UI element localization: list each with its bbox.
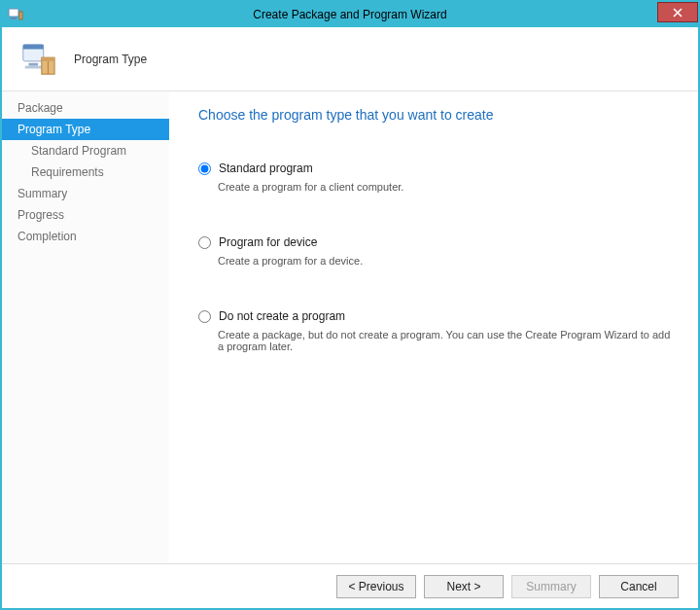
option-desc: Create a program for a device. <box>218 255 677 267</box>
option-program-for-device: Program for device Create a program for … <box>198 235 677 267</box>
cancel-button[interactable]: Cancel <box>599 575 679 598</box>
sidebar-item-program-type[interactable]: Program Type <box>2 119 169 140</box>
sidebar-item-summary[interactable]: Summary <box>2 183 169 204</box>
titlebar: Create Package and Program Wizard <box>2 2 698 27</box>
option-program-for-device-row[interactable]: Program for device <box>198 235 677 249</box>
svg-rect-1 <box>11 18 17 19</box>
summary-button: Summary <box>511 575 591 598</box>
footer: < Previous Next > Summary Cancel <box>2 563 698 608</box>
sidebar-item-package[interactable]: Package <box>2 97 169 119</box>
window-title: Create Package and Program Wizard <box>253 8 446 21</box>
sidebar: Package Program Type Standard Program Re… <box>2 91 169 563</box>
content-heading: Choose the program type that you want to… <box>198 107 677 123</box>
sidebar-item-completion[interactable]: Completion <box>2 226 169 247</box>
system-icon <box>8 6 23 21</box>
sidebar-item-requirements[interactable]: Requirements <box>2 161 169 183</box>
wizard-window: Create Package and Program Wizard Progra… <box>0 0 700 610</box>
package-icon <box>19 40 56 79</box>
svg-rect-6 <box>23 44 44 49</box>
svg-rect-0 <box>9 9 18 17</box>
svg-rect-8 <box>25 65 42 68</box>
next-button[interactable]: Next > <box>424 575 504 598</box>
option-label: Program for device <box>219 235 317 249</box>
option-label: Do not create a program <box>219 309 345 323</box>
wizard-body: Package Program Type Standard Program Re… <box>2 91 698 563</box>
option-desc: Create a package, but do not create a pr… <box>218 329 677 352</box>
option-do-not-create-row[interactable]: Do not create a program <box>198 309 677 323</box>
content-area: Choose the program type that you want to… <box>169 91 698 563</box>
option-label: Standard program <box>219 161 313 175</box>
previous-button[interactable]: < Previous <box>336 575 416 598</box>
option-standard-program: Standard program Create a program for a … <box>198 161 677 193</box>
radio-program-for-device[interactable] <box>198 236 211 249</box>
option-desc: Create a program for a client computer. <box>218 181 677 193</box>
radio-do-not-create[interactable] <box>198 310 211 323</box>
option-standard-program-row[interactable]: Standard program <box>198 161 677 175</box>
svg-rect-11 <box>42 57 54 61</box>
svg-rect-2 <box>19 12 22 19</box>
option-do-not-create: Do not create a program Create a package… <box>198 309 677 352</box>
wizard-header: Program Type <box>2 27 698 91</box>
sidebar-item-progress[interactable]: Progress <box>2 204 169 226</box>
close-button[interactable] <box>657 2 698 22</box>
svg-rect-7 <box>29 62 39 65</box>
sidebar-item-standard-program[interactable]: Standard Program <box>2 140 169 161</box>
header-title: Program Type <box>74 53 147 66</box>
radio-standard-program[interactable] <box>198 162 211 175</box>
